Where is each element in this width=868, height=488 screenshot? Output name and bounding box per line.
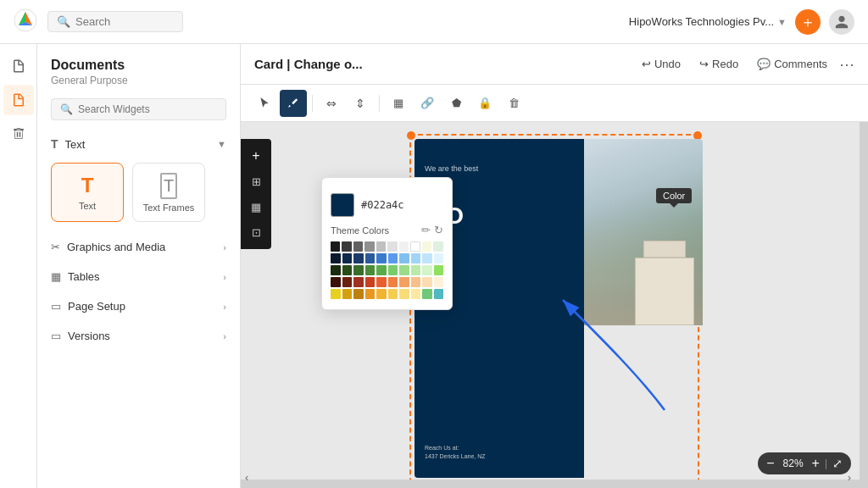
color-cell[interactable] xyxy=(411,277,421,287)
rail-new-doc[interactable] xyxy=(3,51,34,81)
color-cell[interactable] xyxy=(365,253,376,263)
color-cell[interactable] xyxy=(388,253,398,263)
color-cell[interactable] xyxy=(353,277,364,287)
color-cell[interactable] xyxy=(342,289,353,299)
color-cell[interactable] xyxy=(422,241,431,252)
company-selector[interactable]: HipoWorks Technologies Pv... ▼ xyxy=(629,15,787,28)
color-cell[interactable] xyxy=(388,289,398,299)
color-cell[interactable] xyxy=(411,265,421,275)
color-cell[interactable] xyxy=(399,289,409,299)
sidebar-section-text-header[interactable]: T Text ▼ xyxy=(37,132,240,156)
canvas-tool-paint[interactable] xyxy=(280,90,307,117)
sidebar-section-tables-header[interactable]: ▦ Tables › xyxy=(37,265,240,288)
canvas-tool-lock[interactable]: 🔒 xyxy=(471,90,498,117)
color-cell[interactable] xyxy=(422,277,432,287)
color-swatch[interactable] xyxy=(331,193,354,217)
canvas-area[interactable]: + ⊞ ▦ ⊡ We are the best MIMO xyxy=(241,122,868,488)
side-tool-copy[interactable]: ⊞ xyxy=(244,169,268,193)
scrollbar-right[interactable] xyxy=(860,122,868,488)
page-prev-button[interactable]: ‹ xyxy=(245,471,248,484)
zoom-out-button[interactable]: − xyxy=(766,456,774,471)
rail-documents[interactable] xyxy=(3,85,34,115)
color-cell[interactable] xyxy=(399,265,409,275)
add-button[interactable]: ＋ xyxy=(795,9,821,35)
color-cell[interactable] xyxy=(331,265,341,275)
edit-color-icon[interactable]: ✏ xyxy=(421,224,431,236)
canvas-tool-flip-h[interactable]: ⇔ xyxy=(318,90,345,117)
color-cell[interactable] xyxy=(365,277,376,287)
widgets-search-input[interactable] xyxy=(78,103,217,115)
side-tool-add[interactable]: + xyxy=(244,144,268,168)
refresh-color-icon[interactable]: ↻ xyxy=(434,224,443,236)
color-cell[interactable] xyxy=(411,253,421,263)
color-cell[interactable] xyxy=(342,241,351,252)
color-cell[interactable] xyxy=(342,277,353,287)
canvas-tool-delete[interactable]: 🗑 xyxy=(500,90,527,117)
color-cell[interactable] xyxy=(434,289,444,299)
canvas-tool-link[interactable]: 🔗 xyxy=(414,90,441,117)
color-cell[interactable] xyxy=(433,241,442,252)
color-cell[interactable] xyxy=(365,265,376,275)
navbar: 🔍 HipoWorks Technologies Pv... ▼ ＋ xyxy=(0,0,868,44)
search-input[interactable] xyxy=(75,15,169,28)
scrollbar-bottom[interactable] xyxy=(241,480,860,488)
color-cell[interactable] xyxy=(353,241,363,252)
side-tool-grid[interactable]: ▦ xyxy=(244,195,268,219)
color-cell[interactable] xyxy=(422,289,432,299)
fullscreen-button[interactable]: ⤢ xyxy=(832,457,843,470)
color-cell[interactable] xyxy=(353,253,364,263)
user-avatar[interactable] xyxy=(829,9,854,35)
toolbar-more-icon[interactable]: ⋯ xyxy=(839,55,854,74)
color-cell[interactable] xyxy=(376,241,386,252)
app-logo[interactable] xyxy=(14,8,37,36)
color-cell[interactable] xyxy=(353,265,364,275)
canvas-tool-grid[interactable]: ▦ xyxy=(385,90,412,117)
color-cell[interactable] xyxy=(376,289,387,299)
color-cell[interactable] xyxy=(331,241,340,252)
sidebar-section-graphics-header[interactable]: ✂ Graphics and Media › xyxy=(37,236,240,258)
color-cell[interactable] xyxy=(434,277,444,287)
color-cell[interactable] xyxy=(331,253,341,263)
handle-tl[interactable] xyxy=(407,131,415,140)
versions-section-label: Versions xyxy=(68,330,110,342)
undo-button[interactable]: ↩ Undo xyxy=(635,54,687,74)
sidebar-section-versions-header[interactable]: ▭ Versions › xyxy=(37,324,240,347)
color-cell[interactable] xyxy=(376,265,387,275)
sidebar-search[interactable]: 🔍 xyxy=(51,98,226,120)
text-frames-widget-icon: T xyxy=(160,173,177,199)
page-next-button[interactable]: › xyxy=(848,471,851,484)
text-frames-widget[interactable]: T Text Frames xyxy=(132,163,205,222)
color-cell[interactable] xyxy=(331,289,341,299)
color-cell[interactable] xyxy=(434,253,444,263)
color-cell[interactable] xyxy=(434,265,444,275)
text-widget[interactable]: T Text xyxy=(51,163,124,222)
color-cell[interactable] xyxy=(331,277,341,287)
rail-trash[interactable] xyxy=(3,119,34,149)
sidebar-section-page-setup-header[interactable]: ▭ Page Setup › xyxy=(37,295,240,318)
color-cell[interactable] xyxy=(376,253,387,263)
canvas-tool-cursor[interactable] xyxy=(251,90,278,117)
redo-button[interactable]: ↪ Redo xyxy=(693,54,745,74)
color-cell[interactable] xyxy=(342,253,353,263)
color-cell[interactable] xyxy=(410,241,420,252)
color-cell[interactable] xyxy=(364,241,374,252)
search-box[interactable]: 🔍 xyxy=(47,11,183,32)
color-cell[interactable] xyxy=(422,265,432,275)
color-cell[interactable] xyxy=(411,289,421,299)
color-cell[interactable] xyxy=(399,241,409,252)
zoom-in-button[interactable]: + xyxy=(812,456,820,471)
color-cell[interactable] xyxy=(422,253,432,263)
side-tool-layers[interactable]: ⊡ xyxy=(244,220,268,244)
canvas-tool-flip-v[interactable]: ⇕ xyxy=(347,90,374,117)
comments-button[interactable]: 💬 Comments xyxy=(750,54,834,74)
color-cell[interactable] xyxy=(342,265,353,275)
color-cell[interactable] xyxy=(399,253,409,263)
color-cell[interactable] xyxy=(399,277,409,287)
color-cell[interactable] xyxy=(353,289,364,299)
color-cell[interactable] xyxy=(365,289,376,299)
canvas-tool-mask[interactable]: ⬟ xyxy=(442,90,470,117)
color-cell[interactable] xyxy=(388,265,398,275)
color-cell[interactable] xyxy=(376,277,387,287)
color-cell[interactable] xyxy=(388,277,398,287)
color-cell[interactable] xyxy=(387,241,397,252)
